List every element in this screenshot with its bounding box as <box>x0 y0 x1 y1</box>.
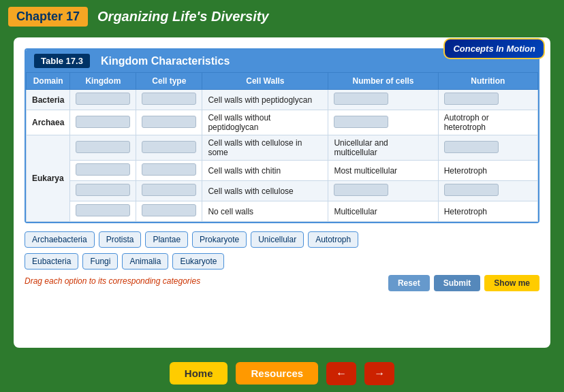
header: Chapter 17 Organizing Life's Diversity <box>0 0 564 33</box>
kingdom-drop-4[interactable] <box>70 161 136 181</box>
col-cellwalls: Cell Walls <box>202 73 328 90</box>
kingdom-drop-1[interactable] <box>70 90 136 110</box>
col-nutrition: Nutrition <box>438 73 537 90</box>
bottom-bar: Drag each option to its corresponding ca… <box>25 275 539 291</box>
table-row: Cell walls with cellulose <box>27 181 538 201</box>
nutrition-cell-2: Autotroph or heterotroph <box>438 110 537 135</box>
celltype-drop-6[interactable] <box>136 201 202 222</box>
kingdom-drop-3[interactable] <box>70 135 136 161</box>
numcells-drop-1[interactable] <box>328 90 438 110</box>
home-button[interactable]: Home <box>170 362 228 385</box>
drag-option-fungi[interactable]: Fungi <box>82 253 118 270</box>
drag-option-archaebacteria[interactable]: Archaebacteria <box>25 231 95 248</box>
drag-option-prokaryote[interactable]: Prokaryote <box>192 231 247 248</box>
forward-arrow-button[interactable]: → <box>364 362 394 385</box>
nutrition-cell-4: Heterotroph <box>438 161 537 181</box>
col-domain: Domain <box>27 73 70 90</box>
table-number: Table 17.3 <box>34 54 90 68</box>
nutrition-cell-6: Heterotroph <box>438 201 537 222</box>
kingdom-drop-6[interactable] <box>70 201 136 222</box>
col-kingdom: Kingdom <box>70 73 136 90</box>
numcells-drop-5[interactable] <box>328 181 438 201</box>
cellwalls-cell-6: No cell walls <box>202 201 328 222</box>
cellwalls-cell-1: Cell walls with peptidoglycan <box>202 90 328 110</box>
action-buttons: Reset Submit Show me <box>388 275 539 291</box>
drag-option-eukaryote[interactable]: Eukaryote <box>172 253 224 270</box>
domain-cell: Archaea <box>27 110 70 135</box>
cellwalls-cell-4: Cell walls with chitin <box>202 161 328 181</box>
table-row: Cell walls with chitin Most multicellula… <box>27 161 538 181</box>
col-celltype: Cell type <box>136 73 202 90</box>
table-row: Bacteria Cell walls with peptidoglycan <box>27 90 538 110</box>
nutrition-drop-3[interactable] <box>438 135 537 161</box>
page-title: Organizing Life's Diversity <box>97 9 268 24</box>
celltype-drop-3[interactable] <box>136 135 202 161</box>
kingdom-drop-2[interactable] <box>70 110 136 135</box>
table-title: Kingdom Characteristics <box>101 55 230 67</box>
celltype-drop-1[interactable] <box>136 90 202 110</box>
back-arrow-button[interactable]: ← <box>326 362 356 385</box>
drag-option-protista[interactable]: Protista <box>99 231 142 248</box>
drag-option-animalia[interactable]: Animalia <box>122 253 168 270</box>
numcells-cell-6: Multicellular <box>328 201 438 222</box>
col-numcells: Number of cells <box>328 73 438 90</box>
resources-button[interactable]: Resources <box>236 362 318 385</box>
brand-logo: Concepts In Motion <box>443 38 545 59</box>
nutrition-drop-5[interactable] <box>438 181 537 201</box>
drag-option-unicellular[interactable]: Unicellular <box>251 231 304 248</box>
submit-button[interactable]: Submit <box>434 275 481 291</box>
celltype-drop-4[interactable] <box>136 161 202 181</box>
instruction-text: Drag each option to its corresponding ca… <box>25 276 200 286</box>
table-row: Eukarya Cell walls with cellulose in som… <box>27 135 538 161</box>
domain-cell: Bacteria <box>27 90 70 110</box>
kingdom-table-container: Table 17.3 Kingdom Characteristics Domai… <box>25 48 539 223</box>
table-row: No cell walls Multicellular Heterotroph <box>27 201 538 222</box>
numcells-cell-4: Most multicellular <box>328 161 438 181</box>
numcells-cell-3: Unicellular and multicellular <box>328 135 438 161</box>
navigation-bar: Home Resources ← → <box>0 355 564 392</box>
numcells-drop-2[interactable] <box>328 110 438 135</box>
show-me-button[interactable]: Show me <box>484 275 539 291</box>
table-row: Archaea Cell walls without peptidoglycan… <box>27 110 538 135</box>
nutrition-drop-1[interactable] <box>438 90 537 110</box>
celltype-drop-5[interactable] <box>136 181 202 201</box>
domain-cell-eukarya: Eukarya <box>27 135 70 222</box>
drag-option-plantae[interactable]: Plantae <box>145 231 188 248</box>
drag-option-eubacteria[interactable]: Eubacteria <box>25 253 78 270</box>
drag-option-autotroph[interactable]: Autotroph <box>308 231 358 248</box>
cellwalls-cell-2: Cell walls without peptidoglycan <box>202 110 328 135</box>
characteristics-table: Domain Kingdom Cell type Cell Walls Numb… <box>26 72 538 222</box>
kingdom-drop-5[interactable] <box>70 181 136 201</box>
cellwalls-cell-3: Cell walls with cellulose in some <box>202 135 328 161</box>
cellwalls-cell-5: Cell walls with cellulose <box>202 181 328 201</box>
reset-button[interactable]: Reset <box>388 275 430 291</box>
celltype-drop-2[interactable] <box>136 110 202 135</box>
chapter-badge: Chapter 17 <box>8 7 88 27</box>
drag-options-row1: Archaebacteria Protista Plantae Prokaryo… <box>25 231 539 248</box>
content-area: Table 17.3 Kingdom Characteristics Domai… <box>14 37 550 348</box>
drag-options-row2: Eubacteria Fungi Animalia Eukaryote <box>25 253 539 270</box>
